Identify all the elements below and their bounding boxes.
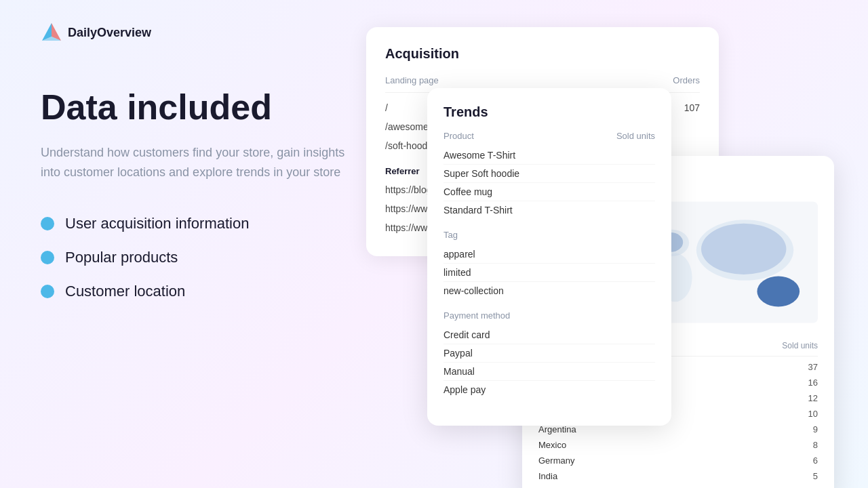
payment-row-2: Paypal: [443, 344, 655, 363]
product-row-2: Super Soft hoodie: [443, 165, 655, 183]
country-name-8: India: [538, 471, 557, 481]
demo-row-6: Mexico8: [538, 437, 818, 453]
payment-header: Payment method: [443, 310, 655, 321]
country-units-2: 16: [808, 378, 818, 388]
tag-header: Tag: [443, 230, 655, 240]
hero-subtext: Understand how customers find your store…: [41, 143, 353, 182]
demo-row-7: Germany6: [538, 453, 818, 468]
country-units-4: 10: [808, 409, 818, 419]
country-units-7: 6: [813, 455, 818, 466]
svg-point-14: [757, 277, 800, 307]
feature-dot-2: [41, 251, 54, 264]
acquisition-title: Acquisition: [385, 46, 700, 62]
country-units-6: 8: [813, 440, 818, 450]
feature-dot-3: [41, 285, 54, 298]
feature-label-3: Customer location: [65, 283, 185, 300]
country-units-5: 9: [813, 424, 818, 434]
payment-row-1: Credit card: [443, 326, 655, 344]
trends-product-header: Product Sold units: [443, 131, 655, 141]
landing-path-1: /: [385, 102, 388, 113]
tag-row-3: new-collection: [443, 282, 655, 300]
left-content: Data included Understand how customers f…: [41, 88, 353, 300]
sold-units-col-label: Sold units: [616, 131, 655, 141]
country-units-3: 12: [808, 393, 818, 403]
demo-row-8: India5: [538, 468, 818, 484]
trends-tags-section: Tag apparel limited new-collection: [443, 230, 655, 300]
product-row-3: Coffee mug: [443, 183, 655, 201]
payment-col-label: Payment method: [443, 310, 510, 321]
sold-units-demo-label: Sold units: [782, 341, 818, 350]
tag-row-2: limited: [443, 264, 655, 282]
feature-item-1: User acquisition information: [41, 215, 353, 232]
product-col-label: Product: [443, 131, 474, 141]
trends-products-section: Product Sold units Awesome T-Shirt Super…: [443, 131, 655, 219]
product-row-1: Awesome T-Shirt: [443, 146, 655, 165]
country-units-8: 5: [813, 471, 818, 481]
product-row-4: Standard T-Shirt: [443, 201, 655, 219]
trends-title: Trends: [443, 104, 655, 120]
logo-text: DailyOverview: [68, 26, 151, 40]
feature-list: User acquisition information Popular pro…: [41, 215, 353, 300]
landing-orders-1: 107: [684, 102, 700, 113]
landing-page-label: Landing page: [385, 75, 439, 85]
country-name-7: Germany: [538, 455, 574, 466]
tag-col-label: Tag: [443, 230, 458, 240]
feature-item-2: Popular products: [41, 249, 353, 266]
payment-row-4: Apple pay: [443, 381, 655, 399]
tag-row-1: apparel: [443, 245, 655, 264]
logo-icon: [41, 22, 62, 43]
page-title: Data included: [41, 88, 353, 127]
feature-label-1: User acquisition information: [65, 215, 249, 232]
feature-dot-1: [41, 217, 54, 230]
country-units-1: 37: [808, 362, 818, 372]
orders-label: Orders: [673, 75, 700, 85]
trends-card: Trends Product Sold units Awesome T-Shir…: [427, 88, 671, 426]
svg-point-13: [701, 224, 786, 274]
cards-area: Acquisition Landing page Orders / 107 /a…: [366, 20, 854, 481]
feature-item-3: Customer location: [41, 283, 353, 300]
payment-row-3: Manual: [443, 363, 655, 381]
country-name-5: Argentina: [538, 424, 576, 434]
trends-payment-section: Payment method Credit card Paypal Manual…: [443, 310, 655, 399]
feature-label-2: Popular products: [65, 249, 178, 266]
logo: DailyOverview: [41, 22, 151, 43]
country-name-6: Mexico: [538, 440, 566, 450]
